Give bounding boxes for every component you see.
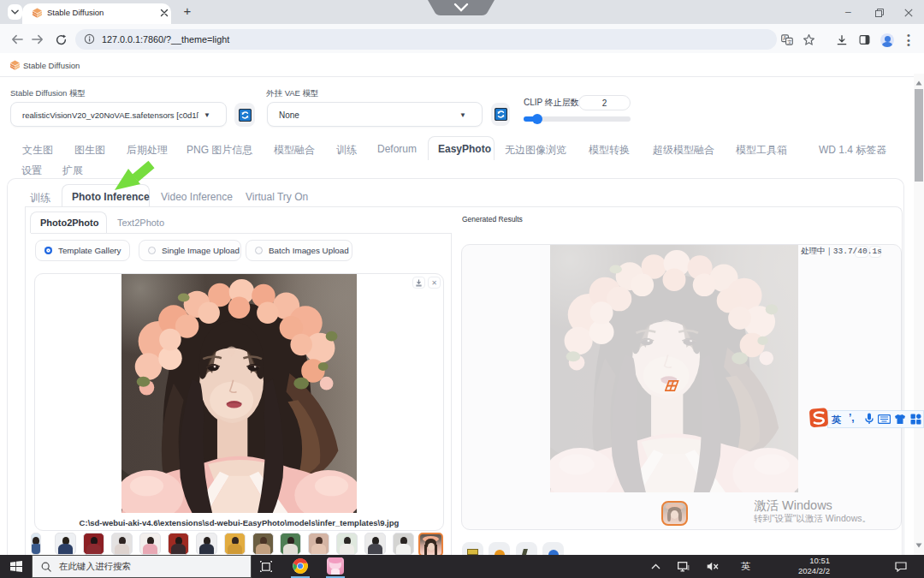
svg-text:文: 文 [787, 39, 792, 45]
